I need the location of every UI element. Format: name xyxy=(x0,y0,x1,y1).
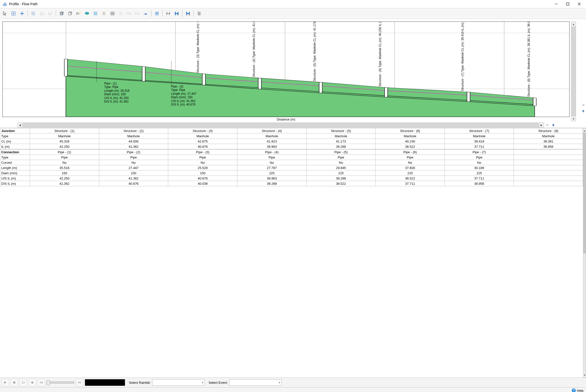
cell[interactable]: 39.268 xyxy=(306,176,376,181)
scroll-track[interactable] xyxy=(22,123,539,127)
column-header[interactable]: Structure - (5) xyxy=(306,128,376,134)
save-as-icon[interactable] xyxy=(184,10,192,18)
cell[interactable]: 41.362 xyxy=(30,181,99,186)
cell[interactable]: 41.362 xyxy=(99,144,168,149)
cell[interactable]: Manhole xyxy=(99,134,168,139)
cell[interactable]: Manhole xyxy=(168,134,237,139)
fit-window-icon[interactable] xyxy=(9,10,17,18)
column-header[interactable]: Structure - (1) xyxy=(30,128,99,134)
pan-icon[interactable] xyxy=(18,10,26,18)
window-minimize-button[interactable] xyxy=(551,0,562,8)
cell[interactable]: 37.711 xyxy=(445,176,514,181)
cell[interactable]: 38.522 xyxy=(376,176,445,181)
cell[interactable]: No xyxy=(168,160,237,165)
box-3d-icon[interactable] xyxy=(57,10,65,18)
run-icon[interactable] xyxy=(142,10,150,18)
hgl-icon[interactable]: HGL xyxy=(125,10,133,18)
cell[interactable]: Pipe xyxy=(445,155,514,160)
scroll-down-icon[interactable]: ▼ xyxy=(583,373,586,377)
cell[interactable]: Manhole xyxy=(376,134,445,139)
cell[interactable]: 25.528 xyxy=(168,165,237,170)
cell[interactable]: 40.676 xyxy=(99,181,168,186)
cell[interactable]: 35.516 xyxy=(30,165,99,170)
cell[interactable]: Manhole xyxy=(237,134,306,139)
column-header[interactable]: Structure - (7) xyxy=(445,128,514,134)
cell[interactable]: 38.522 xyxy=(376,144,445,149)
cell[interactable]: Manhole xyxy=(514,134,583,139)
window-close-button[interactable] xyxy=(574,0,585,8)
cell[interactable]: 27.447 xyxy=(99,165,168,170)
cell[interactable]: 40.676 xyxy=(168,176,237,181)
cell[interactable]: 40.038 xyxy=(168,181,237,186)
window-maximize-button[interactable] xyxy=(562,0,574,8)
cell[interactable]: 39.419 xyxy=(445,139,514,144)
column-header[interactable]: Structure - (6) xyxy=(376,128,445,134)
column-header[interactable]: Pipe - (6) xyxy=(376,150,445,155)
cell[interactable]: 36.956 xyxy=(514,144,583,149)
cell[interactable]: 41.923 xyxy=(237,139,306,144)
cell[interactable]: 37.711 xyxy=(376,181,445,186)
cell[interactable]: 39.268 xyxy=(237,181,306,186)
cell[interactable]: No xyxy=(30,160,99,165)
cube-3d-icon[interactable] xyxy=(66,10,74,18)
settings-icon[interactable] xyxy=(195,10,203,18)
cell[interactable]: 42.250 xyxy=(30,176,99,181)
cell[interactable]: 44.000 xyxy=(99,139,168,144)
cell[interactable]: 38.522 xyxy=(306,181,376,186)
cell[interactable]: No xyxy=(237,160,306,165)
chart-horizontal-scrollbar[interactable]: ◀ ▶ xyxy=(17,122,544,128)
cell[interactable]: Pipe xyxy=(237,155,306,160)
cell[interactable]: Pipe xyxy=(376,155,445,160)
cell[interactable]: 29.845 xyxy=(306,165,376,170)
column-header[interactable]: Pipe - (1) xyxy=(30,150,99,155)
step-back-button[interactable] xyxy=(37,379,45,386)
save-icon[interactable] xyxy=(173,10,181,18)
cell[interactable]: 27.797 xyxy=(237,165,306,170)
crosshair-icon[interactable] xyxy=(100,10,108,18)
scroll-up-icon[interactable]: ▲ xyxy=(583,128,586,133)
cell[interactable]: 39.963 xyxy=(237,176,306,181)
overlay-icon[interactable] xyxy=(83,10,91,18)
junction-table[interactable]: JunctionStructure - (1)Structure - (2)St… xyxy=(0,128,583,149)
cell[interactable]: 45.326 xyxy=(30,139,99,144)
record-button[interactable] xyxy=(28,379,36,386)
scroll-left-icon[interactable]: ◀ xyxy=(18,123,22,127)
cell[interactable]: 225 xyxy=(306,170,376,176)
cell[interactable]: Pipe xyxy=(30,155,99,160)
cell[interactable]: No xyxy=(376,160,445,165)
table-view-icon[interactable] xyxy=(108,10,116,18)
scissors-icon[interactable] xyxy=(117,10,125,18)
zoom-out-v-icon[interactable]: − xyxy=(581,102,586,108)
cell[interactable]: 42.675 xyxy=(168,139,237,144)
zoom-out-h-icon[interactable]: − xyxy=(545,122,550,128)
step-fwd-button[interactable] xyxy=(76,379,83,386)
cell[interactable]: Pipe xyxy=(168,155,237,160)
cell[interactable]: 225 xyxy=(237,170,306,176)
column-header[interactable]: Pipe - (4) xyxy=(237,150,306,155)
cell[interactable]: 42.250 xyxy=(30,144,99,149)
cell[interactable]: No xyxy=(306,160,376,165)
cell[interactable]: 39.963 xyxy=(237,144,306,149)
column-header[interactable]: Structure - (2) xyxy=(99,128,168,134)
cell[interactable]: 225 xyxy=(445,170,514,176)
column-header[interactable]: Pipe - (5) xyxy=(306,150,376,155)
cell[interactable]: 30.188 xyxy=(445,165,514,170)
cell[interactable]: 37.600 xyxy=(376,165,445,170)
cell[interactable]: No xyxy=(99,160,168,165)
scroll-track[interactable] xyxy=(571,26,576,116)
cell[interactable]: 36.956 xyxy=(445,181,514,186)
column-header[interactable]: Pipe - (2) xyxy=(99,150,168,155)
column-header[interactable]: Pipe - (3) xyxy=(168,150,237,155)
zoom-in-v-icon[interactable]: + xyxy=(581,108,586,114)
column-header[interactable]: Pipe - (7) xyxy=(445,150,514,155)
select-event-dropdown[interactable] xyxy=(229,379,282,386)
pointer-icon[interactable] xyxy=(1,10,9,18)
profile-chart[interactable]: 50.00040.0000.00050.000100.000150.000200… xyxy=(2,22,570,117)
tables-vertical-scrollbar[interactable]: ▲ ▼ xyxy=(583,128,586,378)
time-slider[interactable] xyxy=(46,382,74,384)
redo-icon[interactable] xyxy=(46,10,54,18)
cell[interactable]: 40.230 xyxy=(376,139,445,144)
scroll-thumb[interactable] xyxy=(584,133,586,253)
dimension-icon[interactable] xyxy=(164,10,172,18)
cell[interactable]: Manhole xyxy=(306,134,376,139)
